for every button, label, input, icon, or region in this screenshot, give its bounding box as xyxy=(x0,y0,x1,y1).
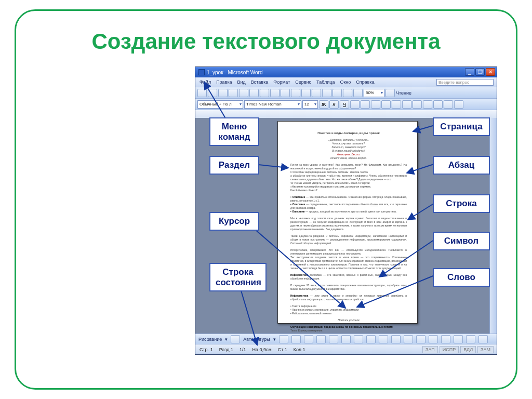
drawing-toolbar: Рисование ▾ Автофигуры ▾ xyxy=(195,334,497,344)
link-icon[interactable] xyxy=(312,89,321,97)
callout-statusbar: Строка состояния xyxy=(209,263,267,291)
highlight-icon[interactable] xyxy=(444,100,453,109)
help-question-input[interactable]: Введите вопрос xyxy=(436,79,494,86)
menu-table[interactable]: Таблица xyxy=(316,79,335,85)
callout-menu: Меню команд xyxy=(209,117,259,146)
redo-icon[interactable] xyxy=(301,89,311,97)
copy-icon[interactable] xyxy=(270,89,280,97)
arrowstyle-icon[interactable] xyxy=(454,335,463,343)
columns-icon[interactable] xyxy=(332,89,342,97)
menu-file[interactable]: Файл xyxy=(200,79,211,85)
status-rec: ЗАП xyxy=(422,346,438,353)
align-left-icon[interactable] xyxy=(350,100,360,109)
status-pages: 1/1 xyxy=(240,347,246,352)
oval-icon[interactable] xyxy=(316,335,326,343)
callout-section: Раздел xyxy=(209,156,259,175)
clipart-icon[interactable] xyxy=(366,335,376,343)
arrow-icon[interactable] xyxy=(291,335,301,343)
status-trk: ИСПР xyxy=(440,346,459,353)
drawing-icon[interactable] xyxy=(343,89,352,97)
vertical-scrollbar[interactable] xyxy=(489,118,497,334)
style-select[interactable]: Обычный + По л xyxy=(197,100,243,109)
new-icon[interactable] xyxy=(197,89,207,97)
underline-icon[interactable]: Ч xyxy=(340,100,349,109)
border-icon[interactable] xyxy=(433,100,443,109)
callout-paragraph: Абзац xyxy=(433,156,490,175)
align-right-icon[interactable] xyxy=(371,100,380,109)
menu-insert[interactable]: Вставка xyxy=(251,79,268,85)
menu-edit[interactable]: Правка xyxy=(216,79,232,85)
fill-icon[interactable] xyxy=(391,335,401,343)
wordart-icon[interactable] xyxy=(341,335,351,343)
line-icon[interactable] xyxy=(279,335,288,343)
callout-page: Страница xyxy=(433,117,490,136)
status-at: На 0,9см xyxy=(252,347,271,352)
linecolor-icon[interactable] xyxy=(404,335,413,343)
callout-symbol: Символ xyxy=(433,232,490,250)
window-title: 1_урок - Microsoft Word xyxy=(207,70,262,75)
maximize-button[interactable]: ❐ xyxy=(475,68,485,76)
titlebar: 1_урок - Microsoft Word _ ❐ ✕ xyxy=(195,67,497,77)
callout-word: Слово xyxy=(433,268,490,287)
list-num-icon[interactable] xyxy=(392,100,401,109)
menu-view[interactable]: Вид xyxy=(237,79,246,85)
draw-label[interactable]: Рисование xyxy=(198,337,222,342)
textbox-icon[interactable] xyxy=(329,335,338,343)
print-icon[interactable] xyxy=(229,89,238,97)
close-button[interactable]: ✕ xyxy=(486,68,495,76)
select-icon[interactable] xyxy=(231,335,240,343)
spell-icon[interactable] xyxy=(249,89,259,97)
save-icon[interactable] xyxy=(218,89,228,97)
open-icon[interactable] xyxy=(208,89,217,97)
indent-inc-icon[interactable] xyxy=(423,100,432,109)
ruler xyxy=(195,110,497,118)
align-justify-icon[interactable] xyxy=(381,100,391,109)
slide-title: Создание текстового документа xyxy=(0,29,532,54)
picture-icon[interactable] xyxy=(379,335,388,343)
callout-cursor: Курсор xyxy=(209,212,259,231)
menu-bar: Файл Правка Вид Вставка Формат Сервис Та… xyxy=(195,77,497,87)
menu-help[interactable]: Справка xyxy=(356,79,374,85)
bold-icon[interactable]: Ж xyxy=(319,100,328,109)
menu-format[interactable]: Формат xyxy=(273,79,290,85)
callout-line: Строка xyxy=(433,194,490,213)
status-section: Разд 1 xyxy=(219,347,233,352)
status-line: Ст 1 xyxy=(278,347,287,352)
fontcolor2-icon[interactable] xyxy=(416,335,425,343)
fontcolor-icon[interactable] xyxy=(454,100,463,109)
diagram-icon[interactable] xyxy=(354,335,363,343)
table-icon[interactable] xyxy=(322,89,331,97)
read-icon[interactable] xyxy=(385,89,395,97)
menu-tools[interactable]: Сервис xyxy=(295,79,311,85)
align-center-icon[interactable] xyxy=(361,100,370,109)
italic-icon[interactable]: К xyxy=(329,100,339,109)
lineweight-icon[interactable] xyxy=(429,335,438,343)
cut-icon[interactable] xyxy=(260,89,269,97)
read-label: Чтение xyxy=(396,90,411,96)
autoshapes[interactable]: Автофигуры xyxy=(243,337,270,342)
font-select[interactable]: Times New Roman xyxy=(244,100,301,109)
list-bul-icon[interactable] xyxy=(402,100,411,109)
minimize-button[interactable]: _ xyxy=(465,68,474,76)
zoom-select[interactable]: 50% xyxy=(364,89,384,97)
status-page: Стр. 1 xyxy=(200,347,213,352)
diagram: 1_урок - Microsoft Word _ ❐ ✕ Файл Правк… xyxy=(195,66,497,355)
status-ovr: ЗАМ xyxy=(477,346,494,353)
para-icon[interactable] xyxy=(353,89,363,97)
menu-window[interactable]: Окно xyxy=(340,79,351,85)
rect-icon[interactable] xyxy=(304,335,313,343)
shadow-icon[interactable] xyxy=(466,335,475,343)
size-select[interactable]: 12 xyxy=(302,100,318,109)
indent-dec-icon[interactable] xyxy=(413,100,422,109)
word-icon xyxy=(198,69,205,75)
paste-icon[interactable] xyxy=(281,89,290,97)
undo-icon[interactable] xyxy=(291,89,300,97)
toolbar-format: Обычный + По л Times New Roman 12 Ж К Ч xyxy=(195,98,497,110)
document-page: Понятие и виды секторов, виды правок «Ди… xyxy=(277,121,418,324)
status-bar: Стр. 1 Разд 1 1/1 На 0,9см Ст 1 Кол 1 ЗА… xyxy=(195,344,497,354)
dash-icon[interactable] xyxy=(441,335,450,343)
preview-icon[interactable] xyxy=(239,89,248,97)
status-col: Кол 1 xyxy=(294,347,305,352)
status-ext: ВДЛ xyxy=(460,346,476,353)
3d-icon[interactable] xyxy=(478,335,488,343)
